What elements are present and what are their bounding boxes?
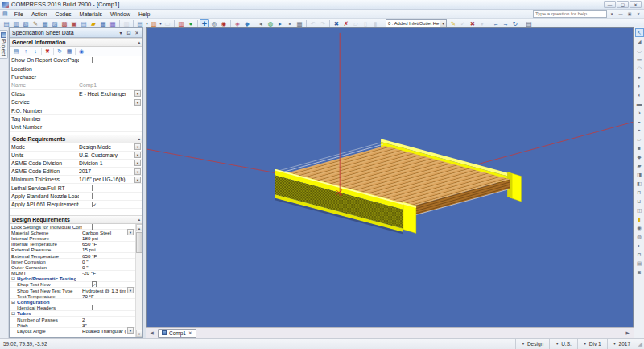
panel-close-icon[interactable]: ✕ — [134, 30, 140, 35]
nozzle-loads-checkbox[interactable] — [92, 193, 93, 199]
field-row-purchaser[interactable]: Purchaser — [10, 73, 142, 81]
right-head-component-icon[interactable]: ◗ — [635, 81, 644, 90]
import-document-icon[interactable]: ▧ — [21, 19, 31, 28]
open-folder-icon[interactable]: ▰ — [89, 19, 98, 28]
asme-division-dropdown-icon[interactable]: ▼ — [134, 160, 141, 166]
number-of-passes-value[interactable]: 2 — [82, 317, 134, 322]
previous-view-icon[interactable]: ◂ — [256, 19, 266, 28]
field-row-asme-edition[interactable]: ASME Code Edition 2017 ▼ — [10, 168, 142, 176]
api661-checkbox[interactable]: ✓ — [92, 202, 97, 207]
help-search-input[interactable] — [533, 10, 607, 18]
lock-settings-checkbox[interactable] — [92, 224, 93, 230]
sphere-component-icon[interactable]: ● — [635, 73, 644, 81]
bar-component-icon[interactable]: ▰ — [635, 161, 644, 170]
units-dropdown-icon[interactable]: ▼ — [134, 152, 141, 158]
pan-view-icon[interactable]: ✚ — [200, 19, 209, 28]
component-manager-icon[interactable]: ▣ — [69, 19, 79, 28]
code-requirements-header[interactable]: Code Requirements ▴ — [10, 135, 142, 143]
support-component-icon[interactable]: ◘ — [635, 250, 644, 259]
show-on-coverpage-checkbox[interactable] — [92, 57, 93, 63]
open-report-icon[interactable]: ▤ — [524, 19, 534, 28]
field-row-units[interactable]: Units U.S. Customary ▼ — [10, 152, 142, 160]
internal-pressure-value[interactable]: 180 psi — [82, 235, 134, 241]
move-down-icon[interactable]: ↓ — [31, 48, 39, 56]
external-pressure-value[interactable]: 15 psi — [82, 247, 134, 252]
outer-corrosion-value[interactable]: 0 " — [82, 264, 134, 270]
collapse-icon[interactable]: ▴ — [138, 137, 140, 141]
field-row-minimum-thickness[interactable]: Minimum Thickness 1/16" per UG-16(b) ▼ — [10, 176, 142, 184]
scroll-down-icon[interactable]: ▼ — [136, 330, 142, 337]
field-row-asme-division[interactable]: ASME Code Division Division 1 ▼ — [10, 160, 142, 168]
menu-window[interactable]: Window — [106, 11, 134, 17]
reports-icon[interactable]: ▤ — [135, 19, 145, 28]
group-collapse-icon[interactable]: ⊟ — [11, 276, 15, 281]
status-units-cell[interactable]: ▼ U.S. — [549, 339, 577, 349]
lethal-service-checkbox[interactable] — [92, 185, 93, 191]
navigate-back-icon[interactable]: ← — [491, 19, 501, 28]
mdmt-value[interactable]: -20 °F — [82, 270, 134, 276]
right-box-component-icon[interactable]: ◨ — [635, 170, 644, 179]
status-edition-cell[interactable]: ▼ 2017 — [607, 339, 636, 349]
panel-scrollbar[interactable]: ▲ ▼ — [135, 224, 142, 337]
status-mode-cell[interactable]: ▼ Design — [515, 339, 549, 349]
calculations-icon[interactable]: ▥ — [149, 19, 159, 28]
panel-title-bar[interactable]: Specification Sheet Data ▾ ⊡ ✕ — [10, 28, 142, 38]
ring-component-icon[interactable]: ◍ — [635, 232, 644, 241]
maximize-button[interactable]: ▢ — [617, 1, 629, 8]
tools-icon[interactable]: ✎ — [31, 19, 40, 28]
project-tab[interactable]: Project — [0, 30, 8, 59]
collapse-icon[interactable]: ▴ — [138, 40, 140, 44]
head-component-icon[interactable]: ◡ — [635, 46, 644, 55]
show-grid-icon[interactable]: ▦ — [295, 19, 304, 28]
scrollbar-thumb[interactable] — [136, 232, 142, 253]
delete-component-icon[interactable]: ▩ — [60, 19, 69, 28]
delete-row-icon[interactable]: ✖ — [43, 48, 52, 56]
save-sheet-icon[interactable]: ▦ — [65, 48, 73, 56]
view-orientation-icon[interactable]: ◆ — [242, 19, 252, 28]
shop-test-type-value[interactable]: Hydrotest @ 1.3 times MAWP [U... — [82, 288, 126, 293]
select-tool-icon[interactable]: ↖ — [635, 28, 644, 37]
menu-materials[interactable]: Materials — [76, 11, 106, 17]
mdi-close-icon[interactable]: ✕ — [634, 10, 642, 18]
half-pipe-component-icon[interactable]: ◑ — [635, 108, 644, 117]
group-collapse-icon[interactable]: ⊟ — [11, 310, 15, 316]
test-temperature-value[interactable]: 70 °F — [82, 293, 134, 299]
close-button[interactable]: ✕ — [630, 1, 642, 8]
half-circle-component-icon[interactable]: ◐ — [635, 241, 644, 250]
tab-scroll-right-icon[interactable]: ▶ — [624, 330, 631, 335]
field-row-service[interactable]: Service ▼ — [10, 98, 142, 106]
service-dropdown-icon[interactable]: ▼ — [134, 99, 141, 106]
external-temperature-value[interactable]: 650 °F — [82, 253, 134, 259]
tab-close-icon[interactable]: ✕ — [188, 330, 192, 335]
menu-codes[interactable]: Codes — [51, 11, 75, 17]
mdi-minimize-icon[interactable]: — — [617, 10, 625, 18]
menu-file[interactable]: File — [10, 11, 27, 17]
top-head-component-icon[interactable]: ◓ — [635, 126, 644, 135]
help-dropdown-icon[interactable]: ▾ — [608, 10, 616, 18]
zoom-view-icon[interactable]: ◎ — [209, 19, 219, 28]
print-icon[interactable]: ▥ — [176, 19, 186, 28]
class-dropdown-icon[interactable]: ▼ — [134, 90, 141, 97]
error-check-icon[interactable]: ✗ — [341, 19, 351, 28]
insert-component-icon[interactable]: ▨ — [50, 19, 60, 28]
display-options-icon[interactable]: ◍ — [266, 19, 275, 28]
snapshot-icon[interactable]: ▪ — [285, 19, 295, 28]
navigate-forward-icon[interactable]: → — [501, 19, 510, 28]
cone-component-icon[interactable]: ◢ — [635, 37, 644, 46]
field-row-po-number[interactable]: P.O. Number — [10, 106, 142, 114]
mdi-restore-icon[interactable]: ▣ — [625, 10, 634, 18]
diamond-component-icon[interactable]: ◆ — [635, 152, 644, 161]
plate-component-icon[interactable]: ▱ — [635, 135, 644, 143]
minimize-button[interactable]: — — [604, 1, 616, 8]
save-icon[interactable]: ▦ — [98, 19, 108, 28]
menu-action[interactable]: Action — [27, 11, 51, 17]
nozzle-selector-combo[interactable]: 0 : Added Inlet/Outlet He ▾ — [386, 19, 447, 27]
field-row-tag-number[interactable]: Tag Number — [10, 115, 142, 123]
cylinder-component-icon[interactable]: ▬ — [635, 99, 644, 108]
save-all-icon[interactable]: ▦ — [108, 19, 118, 28]
refresh-icon[interactable]: ↻ — [56, 48, 64, 56]
block-component-icon[interactable]: ■ — [635, 143, 644, 152]
field-row-mode[interactable]: Mode Design Mode ▼ — [10, 143, 142, 152]
resize-grip-icon[interactable]: ◢ — [636, 339, 644, 349]
shop-test-new-checkbox[interactable]: ✓ — [92, 281, 97, 287]
